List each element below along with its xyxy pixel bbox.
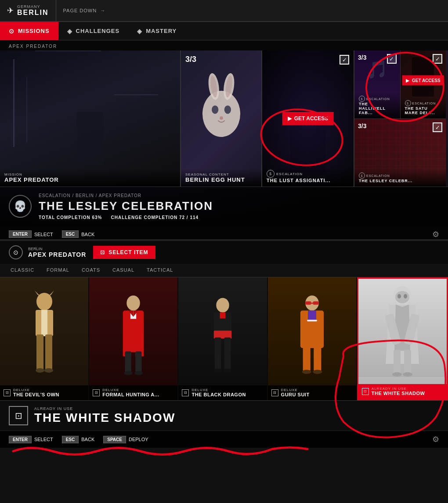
total-completion-stat: Total Completion 63% — [39, 215, 102, 220]
bottom-settings-icon[interactable]: ⚙ — [432, 435, 439, 444]
svg-rect-43 — [303, 346, 310, 371]
svg-point-56 — [403, 372, 412, 377]
tab-missions[interactable]: ⊙ Missions — [0, 22, 58, 40]
svg-point-8 — [36, 293, 52, 310]
progress-halliwell: 3/3 — [358, 54, 366, 61]
svg-rect-39 — [311, 302, 313, 304]
mission-card-halliwell[interactable]: 🎵 ✓ 3/3 $ Escalation The Halliwell Fab..… — [354, 50, 401, 119]
tab-nav: ⊙ Missions ◈ Challenges ◈ Mastery — [0, 22, 448, 40]
mission-card-lust[interactable]: ✓ ▶ true Get Access $ Escalation The Lus… — [261, 50, 354, 187]
bottom-controls-bar: ENTER Select ESC Back SPACE Deploy ⚙ — [0, 431, 448, 448]
card-type-apex: Mission — [4, 172, 176, 176]
card-title-lust: The Lust Assignati... — [267, 178, 349, 183]
card-title-halliwell: The Halliwell Fab... — [359, 102, 396, 115]
control-enter: ENTER Select — [9, 230, 53, 238]
tab-missions-label: Missions — [18, 28, 50, 34]
svg-point-16 — [44, 368, 53, 373]
settings-icon[interactable]: ⚙ — [432, 230, 439, 239]
outfit-card-devils-own[interactable]: ⊡ Deluxe The Devil's Own — [0, 277, 88, 400]
bottom-esc-action: Back — [81, 437, 94, 442]
svg-point-27 — [135, 371, 143, 375]
outfit-label-black-dragon: ⊡ Deluxe The Black Dragon — [178, 385, 267, 400]
bottom-space-key: SPACE — [103, 436, 126, 443]
outfit-tab-casual[interactable]: Casual — [106, 264, 141, 277]
tab-challenges[interactable]: ◈ Challenges — [58, 22, 129, 40]
card-progress-egg-hunt: 3/3 — [185, 55, 196, 64]
card-bottom-lust: $ Escalation The Lust Assignati... — [262, 166, 354, 187]
white-shadow-figure — [380, 285, 424, 377]
outfit-tabs: Classic Formal Coats Casual Tactical — [0, 264, 448, 277]
mission-card-lesley[interactable]: 3/3 ✓ $ Escalation The Lesley Celebr... — [354, 119, 446, 187]
outfit-card-guru-suit[interactable]: ⊡ Deluxe Guru Suit — [268, 277, 356, 400]
challenges-icon: ◈ — [67, 28, 72, 35]
outfit-location-icon: ⊙ — [9, 245, 23, 259]
mission-skull-icon: 💀 — [9, 195, 32, 218]
svg-point-49 — [397, 294, 401, 298]
page-nav[interactable]: Page Down → — [56, 8, 113, 13]
outfit-main-label: Apex Predator — [28, 251, 86, 258]
svg-point-1 — [212, 105, 218, 114]
mission-card-egg-hunt[interactable]: Seasonal Content Berlin Egg Hunt 3/3 — [180, 50, 261, 187]
outfit-name-white-shadow: The White Shadow — [372, 391, 425, 396]
location-badge: ✈ Germany Berlin — [0, 0, 56, 21]
challenge-completion-stat: Challenge Completion 72 / 114 — [111, 215, 199, 220]
outfit-cards-grid: ⊡ Deluxe The Devil's Own — [0, 277, 448, 400]
get-access-lust[interactable]: ▶ true Get Access — [282, 112, 334, 125]
svg-point-34 — [214, 369, 222, 373]
get-access-satu[interactable]: ▶ Get Access — [402, 75, 444, 85]
select-item-button[interactable]: ⊡ Select Item — [93, 246, 155, 259]
controls-bar-missions: ENTER Select ESC Back ⚙ — [0, 226, 448, 239]
get-access-arrow: ▶ — [288, 115, 292, 122]
missions-area: Mission Apex Predator — [0, 50, 448, 239]
city-label: Berlin — [17, 9, 49, 17]
outfit-tab-tactical[interactable]: Tactical — [141, 264, 179, 277]
formal-hunting-figure — [112, 293, 154, 378]
outfit-card-formal-hunting[interactable]: ⊡ Deluxe Formal Hunting A... — [89, 277, 177, 400]
svg-rect-31 — [214, 331, 231, 338]
svg-point-26 — [124, 371, 133, 375]
card-title-satu: The Satu Mare Deli... — [405, 106, 442, 115]
select-item-label: Select Item — [108, 249, 148, 255]
outfit-header: ⊙ Berlin Apex Predator ⊡ Select Item — [0, 241, 448, 264]
bottom-selected-info: ⊡ Already in Use The White Shadow — [0, 400, 448, 431]
outfit-card-white-shadow[interactable]: ⊡ Already in Use The White Shadow — [357, 277, 448, 400]
devils-own-figure — [22, 291, 66, 378]
select-item-icon: ⊡ — [100, 249, 105, 255]
card-bottom-satu: $ Escalation The Satu Mare Deli... — [401, 97, 446, 119]
outfit-name-devils-own: The Devil's Own — [13, 392, 59, 398]
outfit-tab-coats[interactable]: Coats — [76, 264, 106, 277]
outfit-location-info: Berlin Apex Predator — [28, 247, 86, 258]
card-bottom-egg-hunt: Seasonal Content Berlin Egg Hunt — [181, 169, 261, 187]
bottom-selected-text: Already in Use The White Shadow — [34, 406, 175, 425]
mission-stats: Total Completion 63% Challenge Completio… — [39, 215, 439, 220]
escalation-icon-lust: $ — [267, 170, 275, 178]
mission-card-apex-predator[interactable]: Mission Apex Predator — [0, 50, 180, 187]
outfit-name-guru-suit: Guru Suit — [281, 392, 310, 398]
card-bottom-lesley: $ Escalation The Lesley Celebr... — [354, 169, 446, 187]
svg-rect-13 — [36, 334, 43, 370]
outfit-card-black-dragon[interactable]: ⊡ Deluxe The Black Dragon — [178, 277, 267, 400]
mission-card-satu-mare[interactable]: ▶ Get Access ✓ $ Escalation The Satu Mar… — [401, 50, 446, 119]
outfit-label-formal-hunting: ⊡ Deluxe Formal Hunting A... — [89, 385, 177, 400]
outfit-tier-white-shadow: Already in Use — [372, 387, 425, 391]
mission-breadcrumb: Escalation / Berlin / Apex Predator — [39, 193, 439, 198]
svg-rect-41 — [308, 311, 316, 321]
card-type-seasonal: Seasonal Content — [185, 172, 257, 176]
page-down-label: Page Down — [63, 8, 97, 13]
bunny-svg — [191, 59, 252, 156]
bottom-enter-key: ENTER — [9, 436, 32, 443]
tab-mastery[interactable]: ◈ Mastery — [128, 22, 185, 40]
esc-key: ESC — [62, 230, 79, 238]
svg-point-35 — [224, 369, 231, 373]
outfit-section: ⊙ Berlin Apex Predator ⊡ Select Item Cla… — [0, 241, 448, 448]
top-nav: ✈ Germany Berlin Page Down → — [0, 0, 448, 22]
escalation-icon-halliwell: $ — [359, 96, 365, 102]
svg-rect-44 — [314, 346, 321, 371]
escalation-icon-lesley: $ — [359, 172, 365, 179]
svg-marker-9 — [35, 291, 40, 296]
outfit-tab-formal[interactable]: Formal — [40, 264, 76, 277]
outfit-tier-black-dragon: Deluxe — [191, 388, 246, 392]
outfit-sublabel: Berlin — [28, 247, 86, 251]
outfit-tab-classic[interactable]: Classic — [4, 264, 40, 277]
svg-point-7 — [220, 116, 223, 120]
